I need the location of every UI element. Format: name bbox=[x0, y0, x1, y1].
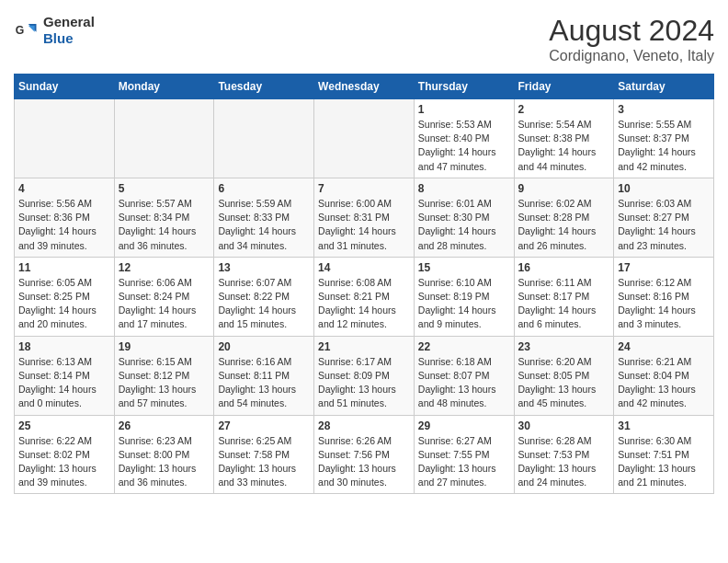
calendar-day-cell: 13Sunrise: 6:07 AM Sunset: 8:22 PM Dayli… bbox=[214, 257, 314, 336]
day-number: 27 bbox=[218, 419, 310, 432]
day-number: 19 bbox=[119, 340, 210, 353]
weekday-header-tuesday: Tuesday bbox=[214, 75, 314, 99]
calendar-day-cell: 9Sunrise: 6:02 AM Sunset: 8:28 PM Daylig… bbox=[514, 178, 614, 257]
calendar-day-cell: 24Sunrise: 6:21 AM Sunset: 8:04 PM Dayli… bbox=[614, 336, 714, 415]
day-info: Sunrise: 6:05 AM Sunset: 8:25 PM Dayligh… bbox=[18, 276, 110, 332]
day-info: Sunrise: 6:22 AM Sunset: 8:02 PM Dayligh… bbox=[18, 434, 110, 490]
weekday-header-sunday: Sunday bbox=[15, 75, 115, 99]
weekday-header-monday: Monday bbox=[114, 75, 214, 99]
calendar-day-cell: 18Sunrise: 6:13 AM Sunset: 8:14 PM Dayli… bbox=[15, 336, 115, 415]
calendar-day-cell: 11Sunrise: 6:05 AM Sunset: 8:25 PM Dayli… bbox=[15, 257, 115, 336]
day-info: Sunrise: 5:59 AM Sunset: 8:33 PM Dayligh… bbox=[218, 197, 310, 253]
calendar-week-row: 25Sunrise: 6:22 AM Sunset: 8:02 PM Dayli… bbox=[15, 415, 714, 494]
day-number: 31 bbox=[618, 419, 710, 432]
day-info: Sunrise: 6:03 AM Sunset: 8:27 PM Dayligh… bbox=[618, 197, 710, 253]
logo-text-general: General bbox=[43, 14, 95, 29]
day-number: 10 bbox=[618, 182, 710, 195]
day-number: 4 bbox=[18, 182, 110, 195]
day-number: 22 bbox=[418, 340, 510, 353]
logo-icon: G bbox=[14, 17, 40, 43]
calendar-day-cell: 12Sunrise: 6:06 AM Sunset: 8:24 PM Dayli… bbox=[114, 257, 214, 336]
day-number: 25 bbox=[18, 419, 110, 432]
day-info: Sunrise: 6:00 AM Sunset: 8:31 PM Dayligh… bbox=[318, 197, 410, 253]
day-number: 8 bbox=[418, 182, 510, 195]
day-number: 30 bbox=[518, 419, 610, 432]
calendar-day-cell: 4Sunrise: 5:56 AM Sunset: 8:36 PM Daylig… bbox=[15, 178, 115, 257]
day-info: Sunrise: 6:27 AM Sunset: 7:55 PM Dayligh… bbox=[418, 434, 510, 490]
weekday-header-wednesday: Wednesday bbox=[314, 75, 415, 99]
calendar-day-cell: 7Sunrise: 6:00 AM Sunset: 8:31 PM Daylig… bbox=[314, 178, 415, 257]
day-number: 16 bbox=[518, 261, 610, 274]
calendar-day-cell: 26Sunrise: 6:23 AM Sunset: 8:00 PM Dayli… bbox=[114, 415, 214, 494]
calendar-day-cell: 17Sunrise: 6:12 AM Sunset: 8:16 PM Dayli… bbox=[614, 257, 714, 336]
day-info: Sunrise: 6:23 AM Sunset: 8:00 PM Dayligh… bbox=[119, 434, 210, 490]
day-number: 3 bbox=[618, 103, 710, 116]
day-info: Sunrise: 6:10 AM Sunset: 8:19 PM Dayligh… bbox=[418, 276, 510, 332]
day-info: Sunrise: 6:21 AM Sunset: 8:04 PM Dayligh… bbox=[618, 355, 710, 411]
calendar-day-cell: 19Sunrise: 6:15 AM Sunset: 8:12 PM Dayli… bbox=[114, 336, 214, 415]
calendar-day-cell: 20Sunrise: 6:16 AM Sunset: 8:11 PM Dayli… bbox=[214, 336, 314, 415]
day-number: 28 bbox=[318, 419, 410, 432]
day-number: 24 bbox=[618, 340, 710, 353]
day-number: 15 bbox=[418, 261, 510, 274]
calendar-day-cell: 6Sunrise: 5:59 AM Sunset: 8:33 PM Daylig… bbox=[214, 178, 314, 257]
calendar-day-cell: 22Sunrise: 6:18 AM Sunset: 8:07 PM Dayli… bbox=[414, 336, 514, 415]
day-info: Sunrise: 6:30 AM Sunset: 7:51 PM Dayligh… bbox=[618, 434, 710, 490]
day-number: 14 bbox=[318, 261, 410, 274]
day-number: 26 bbox=[119, 419, 210, 432]
calendar-day-cell: 16Sunrise: 6:11 AM Sunset: 8:17 PM Dayli… bbox=[514, 257, 614, 336]
day-info: Sunrise: 5:57 AM Sunset: 8:34 PM Dayligh… bbox=[119, 197, 210, 253]
calendar-day-cell: 5Sunrise: 5:57 AM Sunset: 8:34 PM Daylig… bbox=[114, 178, 214, 257]
day-info: Sunrise: 6:17 AM Sunset: 8:09 PM Dayligh… bbox=[318, 355, 410, 411]
calendar-week-row: 18Sunrise: 6:13 AM Sunset: 8:14 PM Dayli… bbox=[15, 336, 714, 415]
logo-text-blue: Blue bbox=[43, 30, 74, 46]
day-info: Sunrise: 5:55 AM Sunset: 8:37 PM Dayligh… bbox=[618, 118, 710, 174]
day-info: Sunrise: 6:11 AM Sunset: 8:17 PM Dayligh… bbox=[518, 276, 610, 332]
calendar-day-cell: 3Sunrise: 5:55 AM Sunset: 8:37 PM Daylig… bbox=[614, 99, 714, 178]
day-number: 5 bbox=[119, 182, 210, 195]
day-info: Sunrise: 6:15 AM Sunset: 8:12 PM Dayligh… bbox=[119, 355, 210, 411]
day-number: 12 bbox=[119, 261, 210, 274]
day-info: Sunrise: 6:25 AM Sunset: 7:58 PM Dayligh… bbox=[218, 434, 310, 490]
page-header: G General Blue August 2024 Cordignano, V… bbox=[14, 14, 714, 64]
day-number: 7 bbox=[318, 182, 410, 195]
calendar-subtitle: Cordignano, Veneto, Italy bbox=[549, 48, 714, 64]
day-number: 9 bbox=[518, 182, 610, 195]
day-info: Sunrise: 6:28 AM Sunset: 7:53 PM Dayligh… bbox=[518, 434, 610, 490]
calendar-day-cell: 30Sunrise: 6:28 AM Sunset: 7:53 PM Dayli… bbox=[514, 415, 614, 494]
calendar-day-cell: 10Sunrise: 6:03 AM Sunset: 8:27 PM Dayli… bbox=[614, 178, 714, 257]
day-info: Sunrise: 6:16 AM Sunset: 8:11 PM Dayligh… bbox=[218, 355, 310, 411]
day-number: 18 bbox=[18, 340, 110, 353]
calendar-day-cell bbox=[15, 99, 115, 178]
calendar-day-cell: 27Sunrise: 6:25 AM Sunset: 7:58 PM Dayli… bbox=[214, 415, 314, 494]
calendar-week-row: 11Sunrise: 6:05 AM Sunset: 8:25 PM Dayli… bbox=[15, 257, 714, 336]
calendar-day-cell: 21Sunrise: 6:17 AM Sunset: 8:09 PM Dayli… bbox=[314, 336, 415, 415]
day-number: 29 bbox=[418, 419, 510, 432]
day-info: Sunrise: 6:18 AM Sunset: 8:07 PM Dayligh… bbox=[418, 355, 510, 411]
day-number: 21 bbox=[318, 340, 410, 353]
day-info: Sunrise: 6:26 AM Sunset: 7:56 PM Dayligh… bbox=[318, 434, 410, 490]
weekday-header-friday: Friday bbox=[514, 75, 614, 99]
logo[interactable]: G General Blue bbox=[14, 14, 95, 47]
calendar-day-cell: 25Sunrise: 6:22 AM Sunset: 8:02 PM Dayli… bbox=[15, 415, 115, 494]
calendar-day-cell: 2Sunrise: 5:54 AM Sunset: 8:38 PM Daylig… bbox=[514, 99, 614, 178]
title-block: August 2024 Cordignano, Veneto, Italy bbox=[549, 14, 714, 64]
day-number: 23 bbox=[518, 340, 610, 353]
day-number: 20 bbox=[218, 340, 310, 353]
day-number: 17 bbox=[618, 261, 710, 274]
day-info: Sunrise: 6:02 AM Sunset: 8:28 PM Dayligh… bbox=[518, 197, 610, 253]
weekday-header-saturday: Saturday bbox=[614, 75, 714, 99]
svg-marker-2 bbox=[28, 26, 35, 32]
day-number: 11 bbox=[18, 261, 110, 274]
calendar-day-cell bbox=[314, 99, 415, 178]
day-info: Sunrise: 6:06 AM Sunset: 8:24 PM Dayligh… bbox=[119, 276, 210, 332]
day-info: Sunrise: 5:54 AM Sunset: 8:38 PM Dayligh… bbox=[518, 118, 610, 174]
calendar-day-cell: 15Sunrise: 6:10 AM Sunset: 8:19 PM Dayli… bbox=[414, 257, 514, 336]
day-info: Sunrise: 6:12 AM Sunset: 8:16 PM Dayligh… bbox=[618, 276, 710, 332]
day-info: Sunrise: 6:13 AM Sunset: 8:14 PM Dayligh… bbox=[18, 355, 110, 411]
calendar-week-row: 1Sunrise: 5:53 AM Sunset: 8:40 PM Daylig… bbox=[15, 99, 714, 178]
day-info: Sunrise: 6:20 AM Sunset: 8:05 PM Dayligh… bbox=[518, 355, 610, 411]
weekday-header-thursday: Thursday bbox=[414, 75, 514, 99]
day-number: 6 bbox=[218, 182, 310, 195]
day-info: Sunrise: 5:56 AM Sunset: 8:36 PM Dayligh… bbox=[18, 197, 110, 253]
